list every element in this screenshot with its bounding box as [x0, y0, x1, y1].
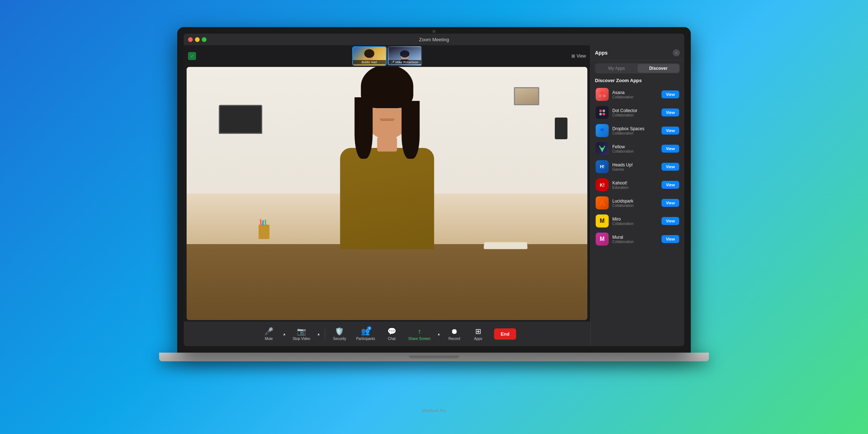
chat-icon: 💬 [387, 327, 396, 336]
kahoot-name: Kahoot! [612, 180, 658, 186]
svg-point-7 [600, 91, 604, 95]
lucidspark-category: Collaboration [612, 204, 658, 208]
lucidspark-info: Lucidspark Collaboration [612, 199, 658, 208]
app-item-fellow: Fellow Collaboration View [593, 140, 681, 158]
tab-my-apps[interactable]: My Apps [596, 64, 638, 73]
apps-panel-title: Apps [595, 50, 608, 56]
kahoot-icon: K! [596, 178, 609, 191]
dropbox-name: Dropbox Spaces [612, 126, 658, 131]
laptop-hinge [409, 356, 459, 358]
close-window-button[interactable] [188, 37, 193, 42]
macbook-label: MacBook Pro [422, 408, 446, 413]
security-label: Security [333, 337, 346, 341]
dropbox-icon [596, 124, 609, 137]
app-item-dot-collector: Dot Collector Collaboration View [593, 103, 681, 122]
fireplace-decoration [219, 105, 262, 134]
dropbox-category: Collaboration [612, 131, 658, 135]
view-button[interactable]: ⊞ View [571, 54, 586, 59]
chat-label: Chat [388, 337, 396, 341]
kahoot-view-button[interactable]: View [661, 181, 679, 189]
fellow-category: Collaboration [612, 149, 658, 153]
record-button[interactable]: ⏺ Record [443, 325, 465, 343]
lucidspark-view-button[interactable]: View [661, 199, 679, 207]
share-screen-button[interactable]: ↑ Share Screen [405, 325, 434, 343]
dot-collector-view-button[interactable]: View [661, 109, 679, 116]
headsup-info: Heads Up! Games [612, 162, 658, 171]
mute-icon: 🎤 [264, 327, 273, 336]
fellow-name: Fellow [612, 144, 658, 149]
participant-thumbnail[interactable]: Bobbi Hart [352, 46, 387, 66]
main-video [187, 67, 587, 320]
maximize-window-button[interactable] [202, 37, 207, 42]
discover-heading: Discover Zoom Apps [591, 76, 684, 85]
miro-view-button[interactable]: View [661, 217, 679, 225]
dot-collector-name: Dot Collector [612, 108, 658, 113]
video-arrow[interactable]: ▲ [316, 331, 321, 337]
headsup-icon: H! [596, 160, 609, 173]
mural-view-button[interactable]: View [661, 235, 679, 243]
mute-arrow[interactable]: ▲ [282, 331, 287, 337]
svg-point-12 [601, 148, 603, 150]
fellow-icon [596, 142, 609, 155]
apps-panel-header: Apps × [591, 45, 684, 60]
video-icon: 📷 [297, 327, 306, 336]
tab-discover[interactable]: Discover [638, 64, 680, 73]
headsup-view-button[interactable]: View [661, 163, 679, 171]
participant-name: Bobbi Hart [353, 60, 386, 64]
app-item-lucidspark: Lucidspark Collaboration View [593, 194, 681, 212]
laptop-base: MacBook Pro [159, 353, 709, 361]
miro-category: Collaboration [612, 222, 658, 226]
security-button[interactable]: 🛡️ Security [329, 325, 350, 343]
wall-art [514, 87, 539, 105]
dot-collector-info: Dot Collector Collaboration [612, 108, 658, 117]
apps-panel-close-button[interactable]: × [673, 49, 680, 56]
svg-point-2 [364, 49, 374, 58]
video-area: ✓ [184, 45, 590, 346]
mural-info: Mural Collaboration [612, 235, 658, 244]
miro-name: Miro [612, 217, 658, 222]
security-badge: ✓ [188, 52, 196, 60]
dropbox-view-button[interactable]: View [661, 127, 679, 135]
miro-icon: M [596, 214, 609, 227]
participant-name: 🎤Mike Robertson [388, 60, 421, 64]
participants-count: 3 [367, 326, 371, 330]
lucidspark-icon [596, 196, 609, 209]
participants-button[interactable]: 👥 3 Participants [353, 325, 379, 343]
security-icon: 🛡️ [335, 327, 344, 336]
app-item-mural: M Mural Collaboration View [593, 230, 681, 248]
record-icon: ⏺ [451, 327, 458, 336]
minimize-window-button[interactable] [195, 37, 200, 42]
asana-view-button[interactable]: View [661, 90, 679, 98]
apps-tabs: My Apps Discover [595, 63, 680, 73]
participant-thumbnail[interactable]: 🎤Mike Robertson [388, 46, 422, 66]
toolbar: 🎤 Mute ▲ 📷 Stop Video ▲ [184, 322, 590, 346]
end-meeting-button[interactable]: End [494, 328, 516, 340]
mute-label: Mute [265, 337, 273, 341]
svg-point-8 [599, 94, 601, 97]
mute-button[interactable]: 🎤 Mute [258, 325, 280, 343]
stop-video-button[interactable]: 📷 Stop Video [289, 325, 314, 343]
camera [433, 30, 435, 33]
headsup-category: Games [612, 167, 658, 171]
record-label: Record [448, 337, 460, 341]
miro-info: Miro Collaboration [612, 217, 658, 226]
fellow-view-button[interactable]: View [661, 145, 679, 153]
title-bar: Zoom Meeting [184, 34, 684, 45]
apps-button[interactable]: ⊞ Apps [467, 325, 489, 343]
video-feed [187, 67, 587, 320]
apps-list: Asana Collaboration View [591, 85, 684, 346]
share-arrow[interactable]: ▲ [436, 331, 441, 337]
app-item-asana: Asana Collaboration View [593, 85, 681, 103]
traffic-lights [188, 37, 207, 42]
app-item-dropbox: Dropbox Spaces Collaboration View [593, 122, 681, 140]
screen-bezel: Zoom Meeting ✓ [177, 27, 691, 353]
chat-button[interactable]: 💬 Chat [381, 325, 403, 343]
svg-marker-11 [600, 128, 605, 132]
apps-label: Apps [474, 337, 482, 341]
dot-collector-icon [596, 106, 609, 119]
divider [325, 328, 325, 339]
desk-item [259, 225, 269, 239]
screen: Zoom Meeting ✓ [184, 34, 684, 346]
lucidspark-name: Lucidspark [612, 199, 658, 204]
app-item-miro: M Miro Collaboration View [593, 212, 681, 230]
